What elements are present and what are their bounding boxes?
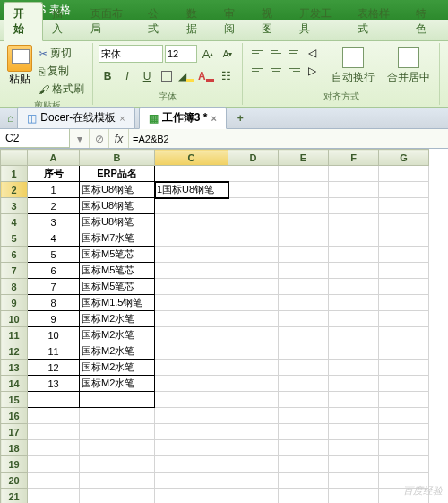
cell-E13[interactable] (279, 360, 329, 376)
align-center-button[interactable] (267, 63, 285, 79)
cell-C12[interactable] (155, 343, 228, 360)
cell-B16[interactable] (80, 408, 155, 424)
cell-F5[interactable] (329, 230, 379, 247)
cell-E16[interactable] (279, 408, 329, 424)
cell-D10[interactable] (228, 311, 279, 327)
cell-A19[interactable] (28, 456, 80, 473)
cell-A20[interactable] (28, 473, 80, 489)
cell-A3[interactable]: 2 (28, 198, 80, 214)
cell-A15[interactable] (28, 392, 80, 408)
col-header-E[interactable]: E (279, 150, 329, 166)
cell-C15[interactable] (155, 392, 228, 408)
cell-B5[interactable]: 国标M7水笔 (80, 230, 155, 247)
cell-F19[interactable] (329, 456, 379, 473)
cell-B15[interactable] (80, 392, 155, 408)
cell-B21[interactable] (80, 489, 155, 504)
ribbon-tab-1[interactable]: 插入 (43, 3, 81, 40)
cell-E18[interactable] (279, 440, 329, 456)
decrease-font-button[interactable]: A▾ (219, 45, 237, 63)
cell-G13[interactable] (379, 360, 429, 376)
ribbon-tab-6[interactable]: 视图 (253, 3, 290, 40)
row-header-5[interactable]: 5 (1, 230, 28, 247)
cell-A17[interactable] (28, 424, 80, 440)
cell-B18[interactable] (80, 440, 155, 456)
cell-C11[interactable] (155, 327, 228, 343)
cell-B8[interactable]: 国标M5笔芯 (80, 279, 155, 295)
close-icon[interactable]: × (119, 113, 125, 124)
col-header-F[interactable]: F (329, 150, 379, 166)
cell-B19[interactable] (80, 456, 155, 473)
cell-F12[interactable] (329, 343, 379, 360)
cell-D9[interactable] (228, 295, 279, 311)
cell-D13[interactable] (228, 360, 279, 376)
row-header-12[interactable]: 12 (1, 343, 28, 360)
cell-D14[interactable] (228, 376, 279, 392)
cell-E17[interactable] (279, 424, 329, 440)
cell-A1[interactable]: 序号 (28, 166, 80, 182)
cell-C4[interactable] (155, 214, 228, 230)
ribbon-tab-7[interactable]: 开发工具 (290, 3, 349, 40)
row-header-21[interactable]: 21 (1, 489, 28, 504)
format-painter-button[interactable]: 🖌格式刷 (36, 81, 87, 98)
cell-D1[interactable] (228, 166, 279, 182)
cancel-formula-button[interactable]: ⊘ (90, 129, 109, 148)
fx-button[interactable]: fx (109, 129, 129, 148)
merge-center-button[interactable]: 合并居中 (383, 45, 434, 87)
cell-F4[interactable] (329, 214, 379, 230)
cell-D12[interactable] (228, 343, 279, 360)
cell-D16[interactable] (228, 408, 279, 424)
cell-D20[interactable] (228, 473, 279, 489)
cell-D8[interactable] (228, 279, 279, 295)
align-bottom-button[interactable] (286, 45, 304, 61)
increase-font-button[interactable]: A▴ (199, 45, 217, 63)
row-header-8[interactable]: 8 (1, 279, 28, 295)
cell-E8[interactable] (279, 279, 329, 295)
cell-C1[interactable] (155, 166, 228, 182)
cell-A5[interactable]: 4 (28, 230, 80, 247)
cell-G11[interactable] (379, 327, 429, 343)
row-header-1[interactable]: 1 (1, 166, 28, 182)
name-box[interactable]: C2 (0, 129, 70, 148)
cell-D17[interactable] (228, 424, 279, 440)
cell-E15[interactable] (279, 392, 329, 408)
ribbon-tab-5[interactable]: 审阅 (215, 3, 253, 40)
cell-G15[interactable] (379, 392, 429, 408)
cell-A13[interactable]: 12 (28, 360, 80, 376)
cell-C5[interactable] (155, 230, 228, 247)
indent-decrease-button[interactable]: ◁ (305, 45, 323, 61)
cell-E21[interactable] (279, 489, 329, 504)
underline-button[interactable]: U (138, 67, 156, 85)
align-right-button[interactable] (286, 63, 304, 79)
cell-B10[interactable]: 国标M2水笔 (80, 311, 155, 327)
ribbon-tab-4[interactable]: 数据 (177, 3, 215, 40)
cell-D19[interactable] (228, 456, 279, 473)
italic-button[interactable]: I (118, 67, 136, 85)
cell-F11[interactable] (329, 327, 379, 343)
cell-F6[interactable] (329, 247, 379, 263)
row-header-10[interactable]: 10 (1, 311, 28, 327)
cell-A11[interactable]: 10 (28, 327, 80, 343)
cell-E19[interactable] (279, 456, 329, 473)
ribbon-tab-8[interactable]: 表格样式 (349, 3, 407, 40)
row-header-18[interactable]: 18 (1, 440, 28, 456)
cell-B7[interactable]: 国标M5笔芯 (80, 263, 155, 279)
cell-E3[interactable] (279, 198, 329, 214)
cell-A2[interactable]: 1 (28, 182, 80, 198)
close-icon[interactable]: × (211, 113, 216, 124)
align-top-button[interactable] (248, 45, 266, 61)
cell-G19[interactable] (379, 456, 429, 473)
indent-increase-button[interactable]: ▷ (305, 63, 323, 79)
cell-G12[interactable] (379, 343, 429, 360)
cell-D18[interactable] (228, 440, 279, 456)
cell-E11[interactable] (279, 327, 329, 343)
cell-F17[interactable] (329, 424, 379, 440)
cell-D21[interactable] (228, 489, 279, 504)
align-middle-button[interactable] (267, 45, 285, 61)
row-header-15[interactable]: 15 (1, 392, 28, 408)
doc-tab-workbook3[interactable]: ▦ 工作簿3 * × (139, 107, 227, 129)
cell-A6[interactable]: 5 (28, 247, 80, 263)
cell-F10[interactable] (329, 311, 379, 327)
cell-B17[interactable] (80, 424, 155, 440)
cell-D15[interactable] (228, 392, 279, 408)
cell-E14[interactable] (279, 376, 329, 392)
